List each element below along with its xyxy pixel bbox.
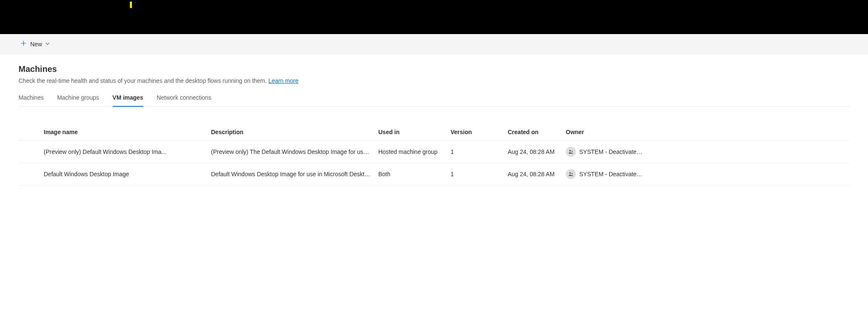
cell-created-on: Aug 24, 08:28 AM [508,148,566,155]
cell-owner: SYSTEM - Deactivated... [566,147,650,157]
cell-description: (Preview only) The Default Windows Deskt… [211,148,378,155]
owner-text: SYSTEM - Deactivated... [579,171,643,177]
tab-machines[interactable]: Machines [18,94,44,107]
header-created-on[interactable]: Created on [508,129,566,135]
tabs: Machines Machine groups VM images Networ… [18,94,850,107]
tab-machine-groups[interactable]: Machine groups [57,94,99,107]
cell-version: 1 [451,171,508,177]
new-button-label: New [30,41,42,48]
top-app-bar [0,0,868,34]
header-owner[interactable]: Owner [566,129,650,135]
owner-avatar-icon [566,169,576,179]
table-header: Image name Description Used in Version C… [18,124,850,141]
owner-text: SYSTEM - Deactivated... [579,148,643,155]
owner-avatar-icon [566,147,576,157]
page-subtitle-text: Check the real-time health and status of… [18,77,267,84]
header-used-in[interactable]: Used in [378,129,451,135]
table-row[interactable]: Default Windows Desktop Image Default Wi… [18,163,850,185]
svg-point-3 [572,173,573,174]
cell-used-in: Both [378,171,451,177]
plus-icon [20,40,27,48]
learn-more-link[interactable]: Learn more [269,77,299,84]
page-content: Machines Check the real-time health and … [0,54,868,196]
svg-point-0 [569,150,571,151]
cell-created-on: Aug 24, 08:28 AM [508,171,566,177]
chevron-down-icon [45,42,50,47]
vm-images-table: Image name Description Used in Version C… [18,124,850,185]
header-spacer [18,129,44,135]
cell-version: 1 [451,148,508,155]
new-button[interactable]: New [17,37,53,51]
table-row[interactable]: (Preview only) Default Windows Desktop I… [18,141,850,163]
cell-used-in: Hosted machine group [378,148,451,155]
tab-network-connections[interactable]: Network connections [157,94,211,107]
page-subtitle: Check the real-time health and status of… [18,77,850,84]
command-bar: New [0,34,868,54]
cell-description: Default Windows Desktop Image for use in… [211,171,378,177]
cell-owner: SYSTEM - Deactivated... [566,169,650,179]
header-image-name[interactable]: Image name [44,129,211,135]
page-title: Machines [18,64,850,74]
svg-point-2 [569,172,571,174]
cell-image-name: (Preview only) Default Windows Desktop I… [44,148,211,155]
tab-vm-images[interactable]: VM images [113,94,143,107]
header-description[interactable]: Description [211,129,378,135]
yellow-marker [130,2,132,8]
svg-point-1 [572,151,573,152]
header-version[interactable]: Version [451,129,508,135]
cell-image-name: Default Windows Desktop Image [44,171,211,177]
